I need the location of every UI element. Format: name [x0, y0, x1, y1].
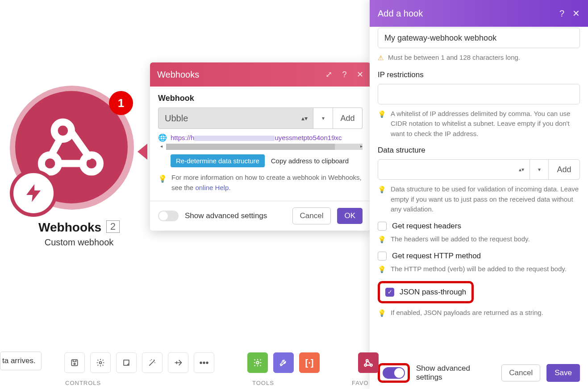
note-icon[interactable]: [116, 352, 137, 373]
ip-restrictions-label: IP restrictions: [378, 70, 580, 79]
url-scrollbar[interactable]: ◂▸: [166, 144, 363, 150]
panel-title: Add a hook: [378, 8, 551, 19]
svg-point-5: [100, 362, 102, 364]
data-structure-dropdown[interactable]: ▾: [530, 159, 549, 180]
save-button[interactable]: Save: [546, 364, 580, 382]
webhooks-modal-header: Webhooks ⤢ ? ✕: [150, 62, 371, 87]
data-structure-label: Data structure: [378, 146, 580, 155]
node-title: Webhooks: [38, 220, 101, 235]
headers-tip: The headers will be added to the request…: [391, 234, 530, 245]
globe-icon: 🌐: [158, 133, 167, 142]
help-icon[interactable]: ?: [559, 8, 564, 19]
ip-restrictions-input[interactable]: [378, 84, 580, 104]
show-advanced-label: Show advanced settings: [185, 211, 286, 220]
tool-gear-icon[interactable]: [247, 352, 268, 373]
webhook-graph-icon: [36, 111, 107, 184]
bulb-icon: 💡: [158, 174, 167, 193]
get-headers-checkbox-row[interactable]: Get request headers: [378, 222, 580, 231]
json-passthrough-label: JSON pass-through: [400, 288, 466, 297]
partial-status-box: ta arrives.: [0, 352, 42, 370]
data-structure-select[interactable]: ▴▾: [378, 159, 530, 180]
cancel-button[interactable]: Cancel: [501, 364, 540, 381]
wand-icon[interactable]: [142, 352, 163, 373]
bottom-toolbar: ta arrives. ••• [·] CONTROLS TOOLS FAVO: [0, 341, 371, 389]
callout-arrow-icon: [138, 144, 147, 160]
checkbox-unchecked-icon[interactable]: [378, 252, 387, 261]
node-badge: 1: [109, 91, 133, 115]
favorites-label: FAVO: [352, 380, 369, 386]
json-tip: If enabled, JSON payloads are returned a…: [391, 308, 543, 319]
close-icon[interactable]: ✕: [572, 8, 580, 19]
tool-brackets-icon[interactable]: [·]: [299, 352, 320, 373]
webhook-hint-text: For more information on how to create a …: [171, 173, 363, 193]
method-tip: The HTTP method (verb) will be added to …: [391, 264, 567, 275]
add-hook-panel: Add a hook ? ✕ ⚠Must be between 1 and 12…: [370, 0, 588, 389]
hook-name-input[interactable]: [378, 28, 580, 48]
get-method-checkbox-row[interactable]: Get request HTTP method: [378, 252, 580, 261]
name-tip: Must be between 1 and 128 characters lon…: [388, 53, 520, 63]
online-help-link[interactable]: online Help: [195, 184, 229, 191]
svg-point-9: [364, 364, 367, 366]
ds-tip: Data structure to be used for validation…: [391, 184, 580, 215]
tools-label: TOOLS: [252, 380, 274, 386]
webhook-field-label: Webhook: [158, 94, 363, 103]
node-count: 2: [106, 220, 120, 233]
chevron-updown-icon: ▴▾: [301, 115, 308, 122]
bulb-icon: 💡: [378, 109, 386, 139]
cancel-button[interactable]: Cancel: [292, 207, 331, 224]
gear-icon[interactable]: [90, 352, 111, 373]
close-icon[interactable]: ✕: [357, 70, 363, 79]
data-structure-add-button[interactable]: Add: [549, 159, 580, 180]
checkbox-unchecked-icon[interactable]: [378, 222, 387, 231]
tool-wrench-icon[interactable]: [273, 352, 294, 373]
warning-icon: ⚠: [378, 53, 384, 63]
advanced-toggle[interactable]: [158, 211, 179, 221]
ok-button[interactable]: OK: [337, 208, 363, 224]
redetermine-button[interactable]: Re-determine data structure: [171, 154, 265, 167]
svg-point-4: [74, 363, 75, 364]
webhook-add-button[interactable]: Add: [333, 108, 363, 129]
svg-point-7: [256, 361, 259, 364]
plane-icon[interactable]: [168, 352, 188, 373]
json-passthrough-highlight: ✓ JSON pass-through: [378, 281, 474, 303]
bulb-icon: 💡: [378, 185, 386, 215]
webhook-select[interactable]: Ubble ▴▾: [158, 108, 313, 129]
webhook-url[interactable]: https://huyessmetpto54on19xc: [171, 134, 342, 141]
chevron-updown-icon: ▴▾: [519, 166, 524, 173]
advanced-toggle-on[interactable]: [383, 367, 405, 379]
modal-title: Webhooks: [157, 70, 317, 80]
bulb-icon: 💡: [378, 265, 386, 275]
add-hook-header: Add a hook ? ✕: [370, 0, 588, 27]
copy-address-link[interactable]: Copy address to clipboard: [271, 157, 349, 165]
show-advanced-label: Show advanced settings: [416, 364, 495, 382]
checkbox-checked-icon[interactable]: ✓: [385, 288, 394, 297]
expand-icon[interactable]: ⤢: [325, 70, 332, 79]
advanced-toggle-highlight: [378, 363, 410, 383]
bulb-icon: 💡: [378, 235, 386, 245]
node-circle: 1: [10, 86, 134, 210]
node-subtitle: Custom webhook: [10, 237, 148, 248]
more-icon[interactable]: •••: [194, 352, 214, 373]
save-icon[interactable]: [64, 352, 85, 373]
trigger-icon: [10, 170, 57, 217]
bulb-icon: 💡: [378, 308, 386, 319]
controls-label: CONTROLS: [65, 380, 101, 386]
favorite-webhook-icon[interactable]: [358, 352, 379, 373]
webhooks-modal: Webhooks ⤢ ? ✕ Webhook Ubble ▴▾ ▾ Add 🌐 …: [150, 62, 371, 231]
help-icon[interactable]: ?: [342, 70, 347, 79]
ip-tip: A whitelist of IP addresses delimited by…: [391, 109, 580, 139]
webhook-select-dropdown[interactable]: ▾: [313, 108, 333, 129]
